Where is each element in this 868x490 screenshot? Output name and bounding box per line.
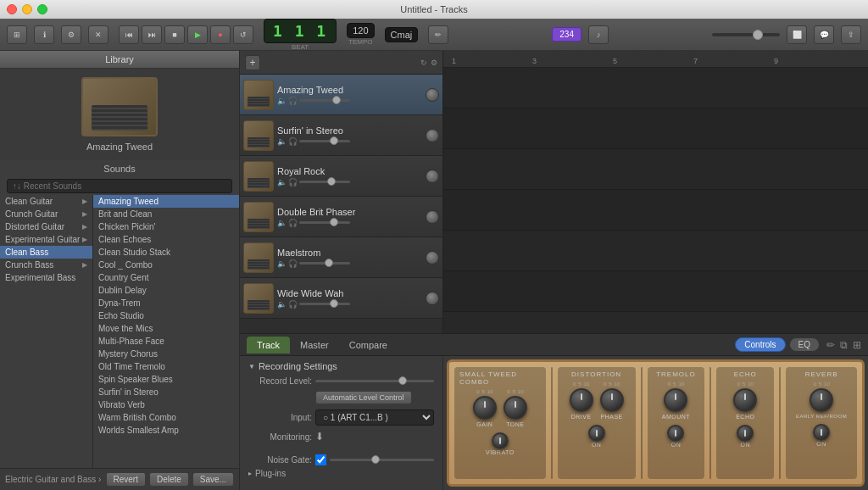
add-track-button[interactable]: + xyxy=(245,55,260,70)
sound-clean-studio-stack[interactable]: Clean Studio Stack xyxy=(93,246,239,259)
compare-icon[interactable]: ⊞ xyxy=(853,339,861,351)
category-crunch-bass[interactable]: Crunch Bass ▶ xyxy=(0,259,92,271)
mute-icon[interactable]: 🔈 xyxy=(277,300,287,309)
master-volume-slider[interactable] xyxy=(712,33,780,36)
track-pan-knob[interactable] xyxy=(426,170,439,183)
headphone-icon[interactable]: 🎧 xyxy=(288,178,298,187)
play-button[interactable]: ▶ xyxy=(187,25,208,44)
mute-icon[interactable]: 🔈 xyxy=(277,219,287,227)
copy-icon[interactable]: ⧉ xyxy=(840,339,848,351)
sound-worlds-smallest-amp[interactable]: Worlds Smallest Amp xyxy=(93,424,239,437)
share-icon[interactable]: ⇪ xyxy=(841,25,861,44)
sound-multi-phase-face[interactable]: Multi-Phase Face xyxy=(93,335,239,348)
sound-chicken-pickin[interactable]: Chicken Pickin' xyxy=(93,220,239,233)
sound-mystery-chorus[interactable]: Mystery Chorus xyxy=(93,348,239,360)
library-category-label[interactable]: Electric Guitar and Bass › xyxy=(5,475,103,484)
pencil-icon[interactable]: ✏ xyxy=(428,25,448,44)
phase-knob[interactable] xyxy=(600,388,624,412)
gain-knob[interactable] xyxy=(473,396,497,420)
headphone-icon[interactable]: 🎧 xyxy=(288,300,298,309)
track-pan-knob[interactable] xyxy=(426,129,439,142)
minimize-button[interactable] xyxy=(22,4,32,14)
echo-toggle[interactable] xyxy=(737,425,754,442)
close-button[interactable] xyxy=(7,4,17,14)
auto-level-button[interactable]: Automatic Level Control xyxy=(315,391,412,404)
sound-move-the-mics[interactable]: Move the Mics xyxy=(93,322,239,335)
track-pan-knob[interactable] xyxy=(426,88,439,102)
sound-cool-jazz-combo[interactable]: Cool _ Combo xyxy=(93,259,239,271)
sounds-search[interactable] xyxy=(7,179,232,193)
sound-amazing-tweed[interactable]: Amazing Tweed xyxy=(93,195,239,208)
tab-master[interactable]: Master xyxy=(290,337,339,354)
sound-dyna-trem[interactable]: Dyna-Trem xyxy=(93,297,239,309)
record-button[interactable]: ● xyxy=(210,25,231,44)
sound-old-time-tremolo[interactable]: Old Time Tremolo xyxy=(93,360,239,373)
sound-warm-british-combo[interactable]: Warm British Combo xyxy=(93,411,239,424)
reverb-toggle[interactable] xyxy=(813,424,830,441)
category-crunch-guitar[interactable]: Crunch Guitar ▶ xyxy=(0,208,92,220)
reverb-knob[interactable] xyxy=(810,388,833,412)
delete-button[interactable]: Delete xyxy=(149,472,189,487)
tremolo-toggle[interactable] xyxy=(667,425,684,442)
fast-forward-button[interactable]: ⏭ xyxy=(142,25,162,44)
track-volume-slider[interactable] xyxy=(299,140,422,142)
chat-icon[interactable]: 💬 xyxy=(814,25,834,44)
maximize-button[interactable] xyxy=(37,4,47,14)
noise-gate-checkbox[interactable] xyxy=(315,454,326,465)
sound-surfin-stereo[interactable]: Surfin' in Stereo xyxy=(93,386,239,398)
tuner-icon[interactable]: ♪ xyxy=(588,25,609,44)
drive-knob[interactable] xyxy=(570,388,593,412)
category-clean-bass[interactable]: Clean Bass xyxy=(0,246,92,259)
track-item[interactable]: Maelstrom 🔈 🎧 xyxy=(240,237,442,278)
track-item[interactable]: Wide Wide Wah 🔈 🎧 xyxy=(240,278,442,319)
sound-spin-speaker-blues[interactable]: Spin Speaker Blues xyxy=(93,373,239,386)
revert-button[interactable]: Revert xyxy=(106,472,146,487)
headphone-icon[interactable]: 🎧 xyxy=(288,137,298,146)
track-item[interactable]: Royal Rock 🔈 🎧 xyxy=(240,156,442,197)
mute-icon[interactable]: 🔈 xyxy=(277,259,287,268)
headphone-icon[interactable]: 🎧 xyxy=(288,97,298,105)
position-display[interactable]: 1 1 1 xyxy=(264,19,337,43)
sound-dublin-delay[interactable]: Dublin Delay xyxy=(93,284,239,297)
track-pan-knob[interactable] xyxy=(426,251,439,264)
vibrato-knob[interactable] xyxy=(492,432,509,449)
noise-gate-slider[interactable] xyxy=(330,459,434,461)
category-distorted-guitar[interactable]: Distorted Guitar ▶ xyxy=(0,220,92,233)
track-volume-slider[interactable] xyxy=(299,221,422,224)
counter-display[interactable]: 234 xyxy=(552,27,581,42)
sound-clean-echoes[interactable]: Clean Echoes xyxy=(93,233,239,246)
headphone-icon[interactable]: 🎧 xyxy=(288,219,298,227)
record-level-slider[interactable] xyxy=(315,380,434,382)
sound-brit-clean[interactable]: Brit and Clean xyxy=(93,208,239,220)
sound-country-gent[interactable]: Country Gent xyxy=(93,271,239,284)
distortion-toggle[interactable] xyxy=(588,425,605,442)
track-volume-slider[interactable] xyxy=(299,181,422,183)
amount-knob[interactable] xyxy=(664,388,687,412)
media-browser-icon[interactable]: ⬜ xyxy=(787,25,807,44)
track-volume-slider[interactable] xyxy=(299,262,422,264)
close-transport-icon[interactable]: ✕ xyxy=(88,25,108,44)
category-clean-guitar[interactable]: Clean Guitar ▶ xyxy=(0,195,92,208)
pencil-edit-icon[interactable]: ✏ xyxy=(826,339,835,351)
key-display[interactable]: Cmaj xyxy=(385,27,419,42)
tab-compare[interactable]: Compare xyxy=(339,337,398,354)
info-icon[interactable]: ℹ xyxy=(34,25,54,44)
mute-icon[interactable]: 🔈 xyxy=(277,137,287,146)
headphone-icon[interactable]: 🎧 xyxy=(288,259,298,268)
track-item[interactable]: Amazing Tweed 🔈 🎧 xyxy=(240,75,442,115)
tempo-display[interactable]: 120 xyxy=(347,23,374,38)
echo-knob[interactable] xyxy=(733,388,757,412)
mute-icon[interactable]: 🔈 xyxy=(277,178,287,187)
monitoring-icon[interactable]: ⬇ xyxy=(315,431,324,443)
tab-eq[interactable]: EQ xyxy=(789,337,820,352)
tab-track[interactable]: Track xyxy=(247,337,290,354)
sound-vibrato-verb[interactable]: Vibrato Verb xyxy=(93,398,239,411)
rewind-button[interactable]: ⏮ xyxy=(119,25,139,44)
stop-button[interactable]: ■ xyxy=(164,25,185,44)
tab-controls[interactable]: Controls xyxy=(735,337,785,352)
track-item[interactable]: Surfin' in Stereo 🔈 🎧 xyxy=(240,115,442,156)
track-item[interactable]: Double Brit Phaser 🔈 🎧 xyxy=(240,197,442,237)
track-pan-knob[interactable] xyxy=(426,210,439,224)
track-volume-slider[interactable] xyxy=(299,99,422,102)
sound-echo-studio[interactable]: Echo Studio xyxy=(93,309,239,322)
